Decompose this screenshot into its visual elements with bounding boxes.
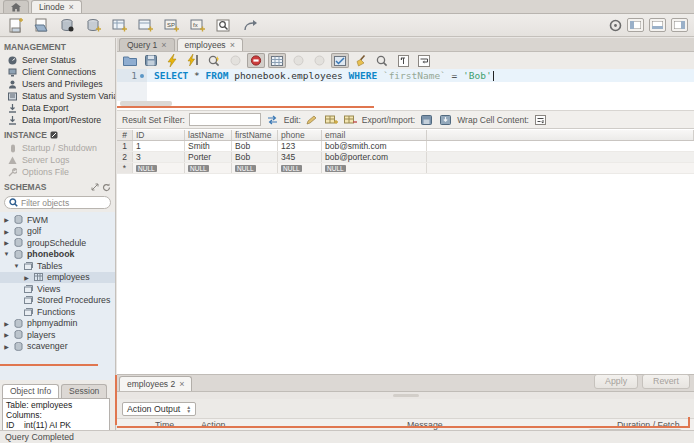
- stop-query-button[interactable]: [226, 53, 244, 68]
- column-header-phone[interactable]: phone: [278, 130, 322, 140]
- editor-horizontal-scrollbar[interactable]: [117, 101, 694, 108]
- expand-schemas-icon[interactable]: [91, 183, 99, 191]
- refresh-icon[interactable]: [265, 113, 280, 126]
- chevron-right-icon[interactable]: ▶: [23, 274, 30, 281]
- output-column-message[interactable]: Message: [407, 420, 443, 430]
- create-schema-button[interactable]: [84, 16, 104, 34]
- sidebar-item-data-import[interactable]: Data Import/Restore: [0, 114, 115, 126]
- delete-row-icon[interactable]: [343, 113, 358, 126]
- chevron-right-icon[interactable]: ▶: [3, 216, 10, 223]
- output-column-action[interactable]: Action: [201, 420, 225, 430]
- revert-button[interactable]: Revert: [642, 374, 690, 389]
- instance-actions-icon[interactable]: [50, 131, 58, 139]
- sidebar-item-users-privileges[interactable]: Users and Privileges: [0, 78, 115, 90]
- tree-item-schema[interactable]: ▶players: [0, 329, 115, 341]
- toggle-autocommit-button[interactable]: [331, 53, 349, 68]
- export-results-icon[interactable]: [419, 113, 434, 126]
- add-row-icon[interactable]: [324, 113, 339, 126]
- create-table-button[interactable]: [110, 16, 130, 34]
- close-icon[interactable]: ×: [230, 41, 235, 50]
- tab-query-1[interactable]: Query 1 ×: [119, 38, 175, 51]
- splitter-grip[interactable]: [393, 394, 419, 397]
- home-tab[interactable]: [3, 0, 29, 13]
- sql-statement-line[interactable]: SELECT * FROM phonebook.employees WHERE …: [147, 69, 694, 82]
- refresh-schemas-icon[interactable]: [102, 183, 111, 192]
- limit-rows-button[interactable]: [268, 53, 286, 68]
- tree-item-functions-folder[interactable]: Functions: [0, 306, 115, 318]
- table-new-row[interactable]: * NULL NULL NULL NULL NULL: [117, 163, 694, 174]
- tree-horizontal-scrollbar[interactable]: [0, 364, 98, 366]
- tree-item-schema[interactable]: ▶phpmyadmin: [0, 318, 115, 330]
- apply-button[interactable]: Apply: [594, 374, 638, 389]
- search-data-button[interactable]: [214, 16, 234, 34]
- tree-item-schema[interactable]: ▶groupSchedule: [0, 237, 115, 249]
- tree-item-schema[interactable]: ▶FWM: [0, 214, 115, 226]
- chevron-right-icon[interactable]: ▶: [3, 343, 10, 350]
- result-filter-input[interactable]: [189, 113, 261, 126]
- sidebar-item-server-logs[interactable]: Server Logs: [0, 154, 115, 166]
- table-row[interactable]: 2 3 Porter Bob 345 bob@porter.com: [117, 152, 694, 163]
- toggle-output-area-button[interactable]: [649, 18, 666, 32]
- column-header-id[interactable]: ID: [133, 130, 185, 140]
- output-view-select[interactable]: Action Output ▲▼: [122, 402, 196, 416]
- chevron-down-icon[interactable]: ▼: [3, 251, 10, 257]
- chevron-right-icon[interactable]: ▶: [3, 320, 10, 327]
- execute-query-button[interactable]: [163, 53, 181, 68]
- open-sql-file-button[interactable]: [32, 16, 52, 34]
- toggle-invisible-characters-button[interactable]: [394, 53, 412, 68]
- tree-item-table-employees[interactable]: ▶employees: [0, 272, 115, 284]
- tree-item-views-folder[interactable]: Views: [0, 283, 115, 295]
- column-header-email[interactable]: email: [322, 130, 427, 140]
- tab-employees[interactable]: employees ×: [177, 38, 243, 51]
- rollback-button[interactable]: [310, 53, 328, 68]
- tree-item-schema-phonebook[interactable]: ▼phonebook: [0, 249, 115, 261]
- toggle-word-wrap-button[interactable]: [415, 53, 433, 68]
- column-header-hash[interactable]: #: [117, 130, 133, 140]
- tree-item-stored-procedures-folder[interactable]: Stored Procedures: [0, 295, 115, 307]
- tree-item-tables-folder[interactable]: ▼Tables: [0, 260, 115, 272]
- tab-session[interactable]: Session: [61, 384, 107, 398]
- sidebar-item-client-connections[interactable]: Client Connections: [0, 66, 115, 78]
- sidebar-item-options-file[interactable]: Options File: [0, 166, 115, 178]
- create-function-button[interactable]: fx: [188, 16, 208, 34]
- import-records-icon[interactable]: [438, 113, 453, 126]
- sidebar-item-data-export[interactable]: Data Export: [0, 102, 115, 114]
- output-column-time[interactable]: Time: [155, 420, 174, 430]
- connection-tab[interactable]: Linode ×: [31, 0, 82, 13]
- table-row[interactable]: 1 1 Smith Bob 123 bob@smith.com: [117, 141, 694, 152]
- toggle-left-sidebar-button[interactable]: [627, 18, 644, 32]
- tree-item-schema[interactable]: ▶golf: [0, 226, 115, 238]
- tree-item-schema[interactable]: ▶scavenger: [0, 341, 115, 353]
- chevron-right-icon[interactable]: ▶: [3, 331, 10, 338]
- reconnect-dbms-button[interactable]: [240, 16, 260, 34]
- sidebar-item-server-status[interactable]: Server Status: [0, 54, 115, 66]
- open-script-button[interactable]: [121, 53, 139, 68]
- inspector-button[interactable]: [58, 16, 78, 34]
- edit-record-icon[interactable]: [305, 113, 320, 126]
- chevron-down-icon[interactable]: ▼: [13, 263, 20, 269]
- create-view-button[interactable]: [136, 16, 156, 34]
- column-header-firstname[interactable]: firstName: [232, 130, 278, 140]
- tab-object-info[interactable]: Object Info: [2, 384, 59, 398]
- output-splitter[interactable]: [117, 392, 694, 399]
- wrap-cell-content-icon[interactable]: [533, 113, 548, 126]
- commit-button[interactable]: [289, 53, 307, 68]
- chevron-right-icon[interactable]: ▶: [3, 239, 10, 246]
- sql-code-editor[interactable]: 1 SELECT * FROM phonebook.employees WHER…: [117, 69, 694, 101]
- chevron-right-icon[interactable]: ▶: [3, 228, 10, 235]
- schema-filter-input[interactable]: [21, 198, 103, 208]
- close-icon[interactable]: ×: [161, 41, 166, 50]
- sidebar-item-status-system-variables[interactable]: Status and System Variables: [0, 90, 115, 102]
- new-query-tab-button[interactable]: [6, 16, 26, 34]
- explain-query-button[interactable]: [205, 53, 223, 68]
- find-button[interactable]: [373, 53, 391, 68]
- create-procedure-button[interactable]: SP: [162, 16, 182, 34]
- column-header-lastname[interactable]: lastName: [185, 130, 232, 140]
- close-icon[interactable]: ×: [179, 380, 184, 389]
- cleanup-sql-button[interactable]: [352, 53, 370, 68]
- save-script-button[interactable]: [142, 53, 160, 68]
- sidebar-item-startup-shutdown[interactable]: Startup / Shutdown: [0, 142, 115, 154]
- toggle-secondary-sidebar-button[interactable]: [671, 18, 688, 32]
- close-icon[interactable]: ×: [69, 3, 74, 12]
- toggle-stop-on-error-button[interactable]: [247, 53, 265, 68]
